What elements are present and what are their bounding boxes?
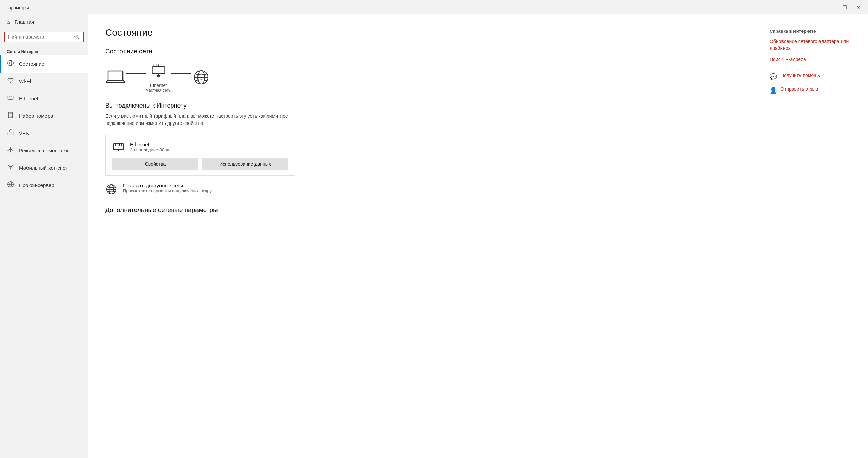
svg-rect-27	[113, 144, 124, 150]
sidebar-item-status[interactable]: Состояние	[0, 55, 88, 73]
properties-button[interactable]: Свойства	[112, 158, 198, 170]
eth-buttons: Свойства Использование данных	[112, 158, 288, 170]
home-icon: ⌂	[7, 19, 10, 25]
status-icon	[7, 60, 14, 68]
laptop-icon	[105, 69, 126, 86]
status-label: Состояние	[19, 61, 44, 67]
show-networks-icon	[105, 183, 117, 195]
main-content: Состояние Состояние сети	[88, 14, 868, 458]
show-networks-title: Показать доступные сети	[123, 183, 214, 188]
sidebar-item-dialup[interactable]: Набор номера	[0, 107, 88, 125]
right-link-feedback-text: Отправить отзыв	[780, 86, 818, 93]
wifi-label: Wi-Fi	[19, 78, 31, 84]
search-icon[interactable]: 🔍	[74, 34, 80, 40]
ethernet-card: Ethernet За последние 30 дн. Свойства Ис…	[105, 135, 295, 176]
sidebar-section-label: Сеть и Интернет	[0, 46, 88, 55]
hotspot-label: Мобильный хот-спот	[19, 165, 68, 171]
ethernet-card-header: Ethernet За последние 30 дн.	[112, 141, 288, 153]
title-bar: Параметры — ❐ ✕	[0, 0, 868, 14]
maximize-button[interactable]: ❐	[841, 4, 849, 11]
right-divider	[770, 68, 851, 68]
vpn-icon	[7, 129, 14, 137]
router-icon	[148, 62, 169, 79]
content-main: Состояние Состояние сети	[105, 27, 749, 444]
hotspot-icon	[7, 164, 14, 172]
window-title: Параметры	[5, 5, 29, 10]
connected-section: Вы подключены к Интернету Если у вас лим…	[105, 102, 749, 127]
eth-sub: За последние 30 дн.	[130, 147, 172, 152]
proxy-label: Прокси-сервер	[19, 182, 54, 188]
sidebar-item-airplane[interactable]: Режим «в самолете»	[0, 142, 88, 159]
show-networks-text: Показать доступные сети Просмотрите вари…	[123, 183, 214, 193]
sidebar-item-wifi[interactable]: Wi-Fi	[0, 73, 88, 90]
ethernet-label: Ethernet	[19, 96, 38, 101]
globe-icon	[191, 69, 211, 86]
proxy-icon	[7, 181, 14, 189]
right-link-ip[interactable]: Поиск IP-адреса	[770, 56, 851, 63]
content-right: Справка в Интернете Обновление сетевого …	[770, 27, 851, 444]
page-title: Состояние	[105, 27, 749, 38]
svg-point-2	[10, 82, 11, 83]
minimize-button[interactable]: —	[826, 4, 835, 11]
wifi-icon	[7, 77, 14, 85]
airplane-icon	[7, 146, 14, 155]
eth-name: Ethernet	[130, 141, 172, 147]
sidebar-home-label: Главная	[15, 19, 34, 25]
ethernet-card-info: Ethernet За последние 30 дн.	[130, 141, 172, 152]
search-box: 🔍	[4, 32, 84, 42]
line2	[171, 73, 191, 74]
right-link-feedback[interactable]: 👤 Отправить отзыв	[770, 86, 851, 95]
show-networks[interactable]: Показать доступные сети Просмотрите вари…	[105, 183, 295, 195]
right-link-adapter[interactable]: Обновление сетевого адаптера или драйвер…	[770, 38, 851, 52]
sidebar-item-ethernet[interactable]: Ethernet	[0, 90, 88, 107]
right-link-ip-text: Поиск IP-адреса	[770, 56, 806, 63]
ethernet-card-icon	[112, 141, 125, 153]
network-status-title: Состояние сети	[105, 47, 749, 55]
app-body: ⌂ Главная 🔍 Сеть и Интернет Состояние	[0, 14, 868, 458]
show-networks-sub: Просмотрите варианты подключения вокруг.	[123, 188, 214, 193]
svg-rect-16	[108, 71, 123, 80]
svg-rect-18	[152, 67, 165, 74]
right-link-help-text: Получить помощь	[780, 72, 820, 79]
line1	[126, 73, 146, 74]
airplane-label: Режим «в самолете»	[19, 148, 68, 153]
svg-rect-12	[8, 132, 13, 135]
dialup-label: Набор номера	[19, 113, 53, 119]
sidebar-item-proxy[interactable]: Прокси-сервер	[0, 176, 88, 194]
data-usage-button[interactable]: Использование данных	[202, 158, 288, 170]
window-controls: — ❐ ✕	[826, 4, 863, 11]
help-icon: 💬	[770, 73, 777, 81]
ethernet-diagram-label: Ethernet	[146, 83, 171, 88]
additional-title: Дополнительные сетевые параметры	[105, 206, 749, 214]
search-input[interactable]	[8, 34, 74, 40]
laptop-icon-container	[105, 69, 126, 86]
router-icon-container: Ethernet Частная сеть	[146, 62, 171, 93]
right-link-help[interactable]: 💬 Получить помощь	[770, 72, 851, 81]
globe-icon-container	[191, 69, 211, 86]
right-section-label: Справка в Интернете	[770, 28, 851, 34]
ethernet-icon	[7, 94, 14, 103]
private-net-label: Частная сеть	[146, 88, 171, 93]
sidebar: ⌂ Главная 🔍 Сеть и Интернет Состояние	[0, 14, 88, 458]
svg-rect-3	[8, 96, 13, 99]
sidebar-item-hotspot[interactable]: Мобильный хот-спот	[0, 159, 88, 176]
svg-point-13	[10, 169, 11, 169]
svg-point-10	[10, 116, 11, 117]
sidebar-item-home[interactable]: ⌂ Главная	[0, 14, 88, 30]
dialup-icon	[7, 112, 14, 120]
sidebar-item-vpn[interactable]: VPN	[0, 125, 88, 142]
vpn-label: VPN	[19, 130, 30, 136]
connected-title: Вы подключены к Интернету	[105, 102, 749, 109]
connected-desc: Если у вас лимитный тарифный план, вы мо…	[105, 113, 295, 127]
right-link-adapter-text: Обновление сетевого адаптера или драйвер…	[770, 38, 851, 52]
network-diagram: Ethernet Частная сеть	[105, 62, 749, 93]
feedback-icon: 👤	[770, 86, 777, 95]
close-button[interactable]: ✕	[854, 4, 863, 11]
